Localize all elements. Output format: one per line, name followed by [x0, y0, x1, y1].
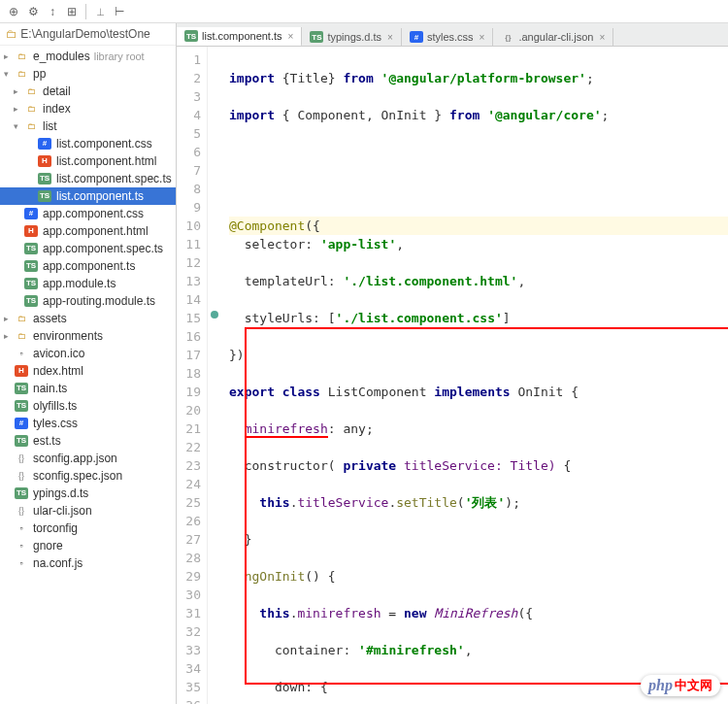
- line-number: 36: [177, 696, 201, 704]
- toolbar-btn[interactable]: ⊢: [110, 2, 129, 21]
- tree-item[interactable]: TSapp-routing.module.ts: [0, 292, 176, 310]
- tree-item[interactable]: ▸🗀environments: [0, 327, 176, 345]
- line-number: 26: [177, 512, 201, 530]
- tree-item[interactable]: TSapp.component.ts: [0, 257, 176, 275]
- close-icon[interactable]: ×: [480, 32, 485, 43]
- tree-item[interactable]: ▫gnore: [0, 537, 176, 554]
- line-number: 25: [177, 493, 201, 512]
- line-number: 18: [177, 364, 201, 383]
- toolbar-btn[interactable]: ↕: [43, 2, 62, 21]
- file-icon: #: [37, 137, 52, 151]
- tree-item[interactable]: TSlist.component.spec.ts: [0, 170, 176, 187]
- tree-item[interactable]: {}ular-cli.json: [0, 502, 176, 520]
- tree-label: list.component.html: [56, 154, 156, 168]
- tree-item[interactable]: ▾🗀pp: [0, 65, 176, 83]
- line-number: 23: [177, 456, 201, 475]
- tree-label: sconfig.app.json: [33, 452, 117, 465]
- tree-item[interactable]: {}sconfig.app.json: [0, 450, 176, 467]
- line-number: 7: [177, 161, 201, 180]
- file-icon: TS: [23, 259, 39, 273]
- breadcrumb[interactable]: 🗀 E:\AngularDemo\testOne: [0, 23, 176, 46]
- toolbar-btn[interactable]: ⊞: [62, 2, 82, 21]
- tree-item[interactable]: #tyles.css: [0, 415, 176, 432]
- tree-label: ndex.html: [33, 364, 83, 378]
- main-container: 🗀 E:\AngularDemo\testOne ▸🗀e_moduleslibr…: [0, 23, 728, 704]
- code-editor[interactable]: 1234567891011121314151617181920212223242…: [177, 47, 728, 704]
- close-icon[interactable]: ×: [599, 32, 605, 43]
- tree-item[interactable]: TSnain.ts: [0, 380, 176, 397]
- tree-label: gnore: [33, 539, 63, 553]
- file-icon: 🗀: [23, 84, 39, 98]
- tree-item[interactable]: ▫na.conf.js: [0, 554, 176, 572]
- line-number: 14: [177, 290, 201, 309]
- expand-arrow-icon: ▸: [14, 86, 23, 96]
- tree-item[interactable]: #list.component.css: [0, 135, 176, 152]
- tree-item[interactable]: TSapp.module.ts: [0, 275, 176, 292]
- tree-label: detail: [43, 84, 71, 98]
- tree-item[interactable]: Hlist.component.html: [0, 152, 176, 170]
- tree-item[interactable]: ▸🗀index: [0, 100, 176, 117]
- toolbar-btn[interactable]: ⊕: [4, 2, 23, 21]
- tab-label: styles.css: [427, 31, 474, 43]
- tree-label: avicon.ico: [33, 347, 84, 360]
- tree-item[interactable]: TSypings.d.ts: [0, 485, 176, 502]
- code-area[interactable]: import {Title} from '@angular/platform-b…: [221, 47, 728, 704]
- editor-tabs: TSlist.component.ts×TStypings.d.ts×#styl…: [177, 23, 728, 47]
- tree-item[interactable]: ▫torconfig: [0, 520, 176, 537]
- expand-arrow-icon: ▾: [4, 69, 14, 79]
- editor-tab[interactable]: {}.angular-cli.json×: [493, 28, 613, 46]
- line-number: 15: [177, 309, 201, 327]
- tree-label: app.component.ts: [43, 259, 135, 273]
- tree-label: app.component.spec.ts: [43, 242, 163, 255]
- tree-item[interactable]: TSapp.component.spec.ts: [0, 240, 176, 257]
- file-icon: TS: [37, 189, 52, 203]
- file-icon: TS: [23, 242, 39, 255]
- logo-php: php: [648, 677, 673, 694]
- toolbar-btn[interactable]: ⟂: [90, 2, 110, 21]
- expand-arrow-icon: ▾: [14, 121, 23, 131]
- expand-arrow-icon: ▸: [14, 104, 23, 114]
- editor-tab[interactable]: TSlist.component.ts×: [177, 27, 302, 47]
- tree-item[interactable]: Hndex.html: [0, 362, 176, 380]
- file-icon: 🗀: [14, 329, 29, 343]
- tree-label: olyfills.ts: [33, 399, 77, 413]
- tree-label: app-routing.module.ts: [43, 294, 155, 308]
- tree-item[interactable]: {}sconfig.spec.json: [0, 467, 176, 485]
- project-tree[interactable]: ▸🗀e_moduleslibrary root▾🗀pp▸🗀detail▸🗀ind…: [0, 46, 176, 574]
- tree-item[interactable]: ▸🗀detail: [0, 83, 176, 100]
- line-number: 31: [177, 604, 201, 622]
- file-icon: H: [37, 154, 52, 168]
- file-icon: TS: [14, 486, 29, 500]
- tree-label: ular-cli.json: [33, 504, 92, 518]
- close-icon[interactable]: ×: [387, 32, 393, 43]
- file-icon: {}: [14, 452, 29, 465]
- line-number: 21: [177, 419, 201, 438]
- close-icon[interactable]: ×: [288, 31, 294, 42]
- folder-icon: 🗀: [6, 27, 17, 41]
- tree-item[interactable]: ▸🗀assets: [0, 310, 176, 327]
- tree-label: sconfig.spec.json: [33, 469, 122, 483]
- tree-label: e_modules: [33, 50, 90, 63]
- tree-item[interactable]: ▾🗀list: [0, 117, 176, 135]
- file-icon: ▫: [14, 556, 29, 570]
- tree-item[interactable]: TSlist.component.ts: [0, 187, 176, 205]
- tree-label: list: [43, 119, 57, 133]
- tree-item[interactable]: Happ.component.html: [0, 222, 176, 240]
- editor-tab[interactable]: TStypings.d.ts×: [302, 28, 401, 46]
- tree-item[interactable]: ▫avicon.ico: [0, 345, 176, 362]
- tree-item[interactable]: ▸🗀e_moduleslibrary root: [0, 48, 176, 65]
- line-number: 28: [177, 549, 201, 567]
- line-number: 4: [177, 106, 201, 124]
- tree-label: na.conf.js: [33, 556, 83, 570]
- toolbar-btn[interactable]: ⚙: [23, 2, 43, 21]
- tree-item[interactable]: TSolyfills.ts: [0, 397, 176, 415]
- line-number: 5: [177, 124, 201, 143]
- tree-label: environments: [33, 329, 103, 343]
- file-icon: TS: [23, 277, 39, 290]
- line-number: 22: [177, 438, 201, 456]
- tree-label: app.module.ts: [43, 277, 116, 290]
- editor-tab[interactable]: #styles.css×: [402, 28, 494, 46]
- tree-item[interactable]: TSest.ts: [0, 432, 176, 450]
- tree-item[interactable]: #app.component.css: [0, 205, 176, 222]
- line-number: 13: [177, 272, 201, 290]
